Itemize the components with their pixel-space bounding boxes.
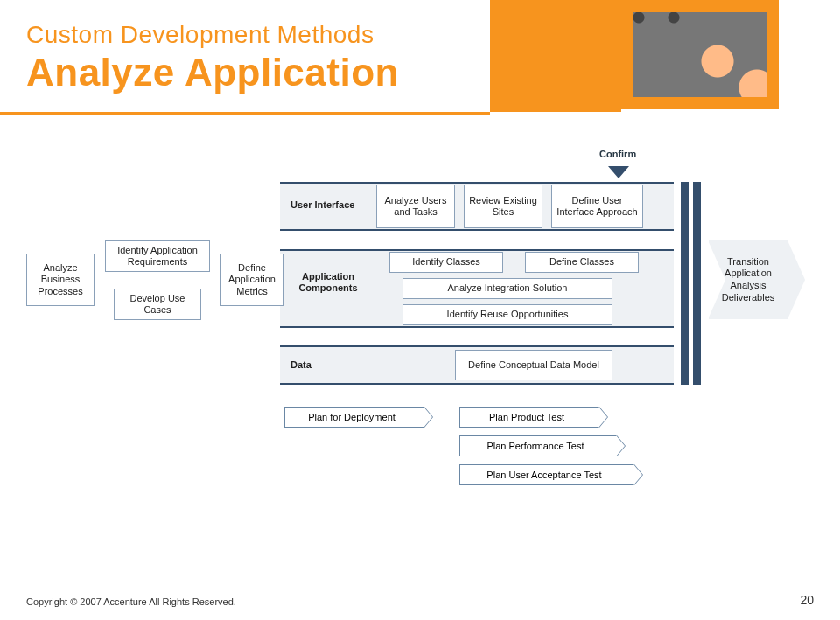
box-identify-reuse: Identify Reuse Opportunities [402,304,612,325]
confirm-label: Confirm [599,149,636,159]
title-main: Analyze Application [26,51,472,94]
box-analyze-integration: Analyze Integration Solution [402,278,612,299]
title-rule [0,112,490,115]
box-define-classes: Define Classes [525,252,639,273]
chevron-transition: Transition Application Analysis Delivera… [709,240,788,319]
page-number: 20 [800,593,814,607]
box-define-ui-approach: Define User Interface Approach [551,185,643,228]
box-analyze-business-processes: Analyze Business Processes [26,254,94,306]
plan-product-test: Plan Product Test [459,407,599,428]
plan-uat: Plan User Acceptance Test [459,464,634,485]
vertical-rule-left [681,182,689,385]
plan-performance-test: Plan Performance Test [459,435,617,456]
slide-title-block: Custom Development Methods Analyze Appli… [0,0,472,94]
vertical-rule-right [693,182,701,385]
lane-header-data: Data [289,350,359,380]
title-orange-bar [490,0,621,112]
title-subtitle: Custom Development Methods [26,21,472,49]
box-identify-classes: Identify Classes [389,252,503,273]
plan-deployment: Plan for Deployment [284,407,424,428]
box-identify-app-requirements: Identify Application Requirements [105,240,210,272]
lane-header-app-components: Application Components [284,261,372,304]
confirm-arrow-icon [608,166,629,178]
box-develop-use-cases: Develop Use Cases [114,289,201,320]
chevron-transition-label: Transition Application Analysis Delivera… [709,256,788,304]
copyright-footer: Copyright © 2007 Accenture All Rights Re… [26,596,236,607]
box-define-app-metrics: Define Application Metrics [220,254,284,306]
box-review-existing-sites: Review Existing Sites [464,185,542,228]
box-analyze-users-tasks: Analyze Users and Tasks [376,185,455,228]
box-define-conceptual-data-model: Define Conceptual Data Model [455,350,612,380]
process-diagram: Confirm Analyze Business Processes Ident… [26,149,814,525]
lane-header-user-interface: User Interface [289,184,359,227]
decorative-tools-image [621,0,779,109]
